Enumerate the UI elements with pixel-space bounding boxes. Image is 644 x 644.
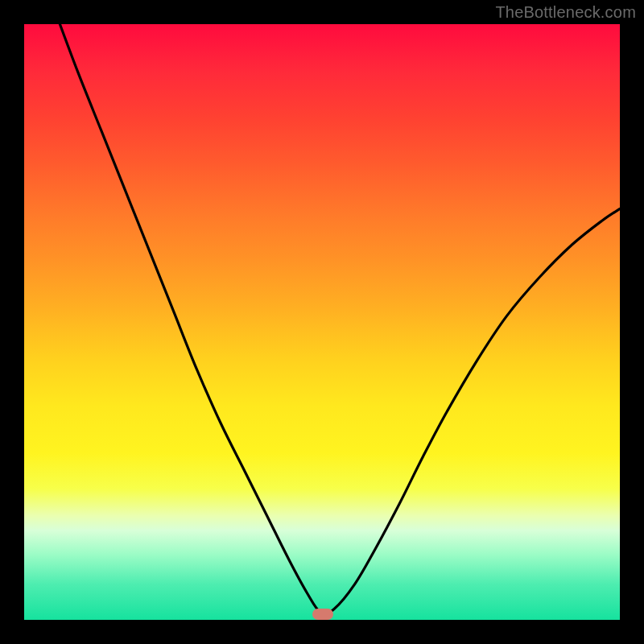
plot-area — [24, 24, 620, 620]
watermark-text: TheBottleneck.com — [495, 3, 636, 22]
bottleneck-curve — [24, 24, 620, 620]
minimum-marker — [312, 609, 333, 620]
chart-frame: TheBottleneck.com — [0, 0, 644, 644]
